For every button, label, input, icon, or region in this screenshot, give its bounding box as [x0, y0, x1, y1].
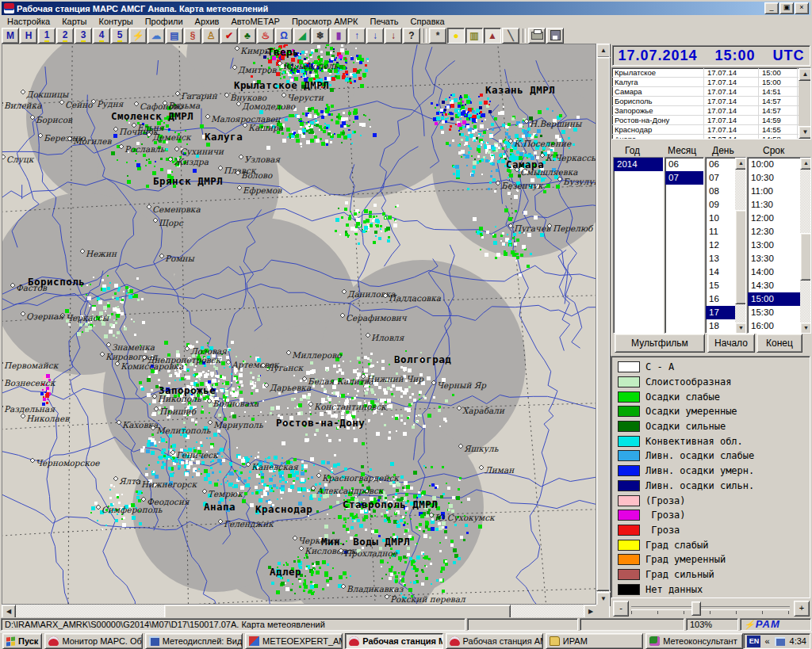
- layer-1-button[interactable]: 1: [38, 28, 56, 44]
- layer-2-button[interactable]: 2: [56, 28, 74, 44]
- listbox-thumb[interactable]: [800, 233, 811, 281]
- slider-thumb[interactable]: [691, 601, 701, 616]
- menu-архив[interactable]: Архив: [190, 16, 226, 27]
- scroll-up-icon[interactable]: ▲: [799, 68, 811, 81]
- scroll-down-icon[interactable]: ▼: [799, 126, 811, 139]
- zoom-out-button[interactable]: -: [613, 601, 629, 617]
- colorbar-icon[interactable]: ▮: [330, 28, 347, 44]
- file-path-status: D:\IRAM\ARX_AMRK\S00000\G2014\M07\D17\15…: [1, 618, 465, 631]
- list-option[interactable]: 2014: [614, 158, 663, 171]
- print-button-icon: [531, 32, 543, 40]
- city-label: Симферополь: [102, 505, 163, 515]
- bell-icon[interactable]: Ω: [275, 28, 293, 44]
- taskbar-task-button[interactable]: Метеодисплей: Вид 17...: [145, 633, 243, 649]
- sun-icon[interactable]: ●: [447, 28, 465, 44]
- map-horizontal-scrollbar[interactable]: ◀ ▶: [2, 605, 596, 617]
- temperature-icon[interactable]: ♨: [257, 28, 274, 44]
- marker-icon[interactable]: ♙: [202, 28, 220, 44]
- scroll-down-icon[interactable]: ▼: [800, 323, 811, 334]
- tree-icon[interactable]: ♣: [239, 28, 256, 44]
- taskbar-task-button[interactable]: Метеоконсультант: [645, 633, 743, 649]
- city-label: Лиман: [485, 465, 515, 475]
- animation-button[interactable]: Мультфильм: [615, 334, 705, 353]
- listbox-scrollbar[interactable]: ▲▼: [735, 158, 745, 333]
- restore-button[interactable]: ▣: [779, 2, 794, 14]
- radar-map-canvas: ТверьКимрыДмитровЮрьевопольКрылатское ДМ…: [2, 44, 596, 605]
- listbox-scrollbar[interactable]: ▲▼: [800, 158, 810, 333]
- arrow-down-icon[interactable]: ↓: [366, 28, 384, 44]
- arrow-down2-icon[interactable]: ↓: [385, 28, 402, 44]
- task-label: ИРАМ: [563, 636, 588, 646]
- station-row[interactable]: Борисполь17.07.1414:57: [612, 97, 810, 106]
- database-icon[interactable]: ▤: [166, 28, 183, 44]
- language-indicator[interactable]: EN: [747, 636, 760, 647]
- map-vertical-scrollbar[interactable]: ▲ ▼: [596, 44, 609, 605]
- taskbar-task-button[interactable]: Рабочая станция АМР...: [446, 633, 543, 649]
- save-button[interactable]: [546, 28, 564, 44]
- menu-профили[interactable]: Профили: [140, 16, 190, 27]
- station-row[interactable]: Краснодар17.07.1414:55: [612, 125, 810, 135]
- zoom-slider[interactable]: - +: [611, 600, 810, 616]
- station-row[interactable]: Крылатское17.07.1415:00: [612, 68, 810, 78]
- menu-печать[interactable]: Печать: [364, 16, 404, 27]
- taskbar-task-button[interactable]: METEOEXPERT_АМСГ А...: [245, 633, 343, 649]
- month-listbox[interactable]: 0607: [665, 157, 704, 334]
- station-row[interactable]: Анапа17.07.1414:58: [612, 135, 810, 139]
- tray-chevron[interactable]: «: [764, 636, 769, 646]
- layer-3-button[interactable]: 3: [75, 28, 92, 44]
- station-row[interactable]: Ростов-на-Дону17.07.1414:59: [612, 116, 810, 125]
- minimize-button[interactable]: _: [764, 2, 779, 14]
- triangle-icon[interactable]: ◢: [293, 28, 311, 44]
- station-row[interactable]: Самара17.07.1414:51: [612, 87, 810, 97]
- help-icon[interactable]: ?: [403, 28, 420, 44]
- menu-справка[interactable]: Справка: [405, 16, 451, 27]
- mountain-icon[interactable]: ▲: [484, 28, 501, 44]
- slider-tick: [710, 611, 710, 614]
- scroll-down-icon[interactable]: ▼: [735, 323, 746, 334]
- asterisk-icon[interactable]: *: [429, 28, 446, 44]
- station-row[interactable]: Калуга17.07.1415:00: [612, 78, 810, 87]
- layer-5-button[interactable]: 5: [111, 28, 128, 44]
- start-button[interactable]: Начало: [707, 334, 755, 353]
- close-button[interactable]: ×: [795, 2, 809, 14]
- zoom-in-button[interactable]: +: [794, 601, 810, 617]
- foot-icon[interactable]: §: [184, 28, 201, 44]
- taskbar-task-button[interactable]: ИРАМ: [546, 633, 643, 649]
- menu-контуры[interactable]: Контуры: [94, 16, 140, 27]
- menu-автометар[interactable]: АвтоМЕТАР: [225, 16, 286, 27]
- legend-swatch: [618, 361, 640, 372]
- year-listbox[interactable]: 2014: [613, 157, 664, 334]
- taskbar-task-active[interactable]: Рабочая станция М...: [345, 633, 442, 649]
- end-button[interactable]: Конец: [756, 334, 802, 353]
- cylinder-icon[interactable]: ▥: [465, 28, 483, 44]
- list-option[interactable]: 06: [665, 158, 703, 171]
- day-listbox[interactable]: 06070809101112131415161718▲▼: [705, 157, 746, 334]
- slider-track[interactable]: [631, 606, 790, 610]
- menu-просмотр-амрк[interactable]: Просмотр АМРК: [286, 16, 365, 27]
- legend-swatch: [618, 540, 640, 551]
- start-menu-button[interactable]: Пуск: [2, 633, 42, 649]
- time-listbox[interactable]: 10:0010:3011:0011:3012:0012:3013:0013:30…: [747, 157, 811, 334]
- menu-карты[interactable]: Карты: [56, 16, 93, 27]
- list-option[interactable]: 07: [665, 171, 703, 185]
- arrow-up-icon[interactable]: ↑: [348, 28, 366, 44]
- taskbar-task-button[interactable]: Монитор МАРС. Объе...: [44, 633, 142, 649]
- mode-m-button[interactable]: M: [2, 28, 19, 44]
- station-table-scrollbar[interactable]: ▲▼: [799, 68, 810, 137]
- scroll-up-icon[interactable]: ▲: [800, 158, 811, 170]
- listbox-thumb[interactable]: [735, 210, 746, 304]
- station-row[interactable]: Запорожье17.07.1414:57: [612, 106, 810, 116]
- snowflake-icon[interactable]: ❄: [312, 28, 329, 44]
- scroll-up-icon[interactable]: ▲: [735, 158, 746, 170]
- print-button[interactable]: [528, 28, 546, 44]
- layer-4-button[interactable]: 4: [93, 28, 110, 44]
- weather-map[interactable]: ТверьКимрыДмитровЮрьевопольКрылатское ДМ…: [2, 44, 596, 605]
- check-icon[interactable]: ✔: [220, 28, 238, 44]
- menu-настройка[interactable]: Настройка: [2, 16, 56, 27]
- lightning-icon[interactable]: ⚡: [129, 28, 147, 44]
- network-icon[interactable]: [775, 637, 785, 646]
- line-icon[interactable]: ╲: [502, 28, 519, 44]
- clouds-icon[interactable]: ☁: [147, 28, 165, 44]
- station-table[interactable]: Крылатское17.07.1415:00Калуга17.07.1415:…: [611, 67, 811, 139]
- mode-h-button[interactable]: H: [20, 28, 37, 44]
